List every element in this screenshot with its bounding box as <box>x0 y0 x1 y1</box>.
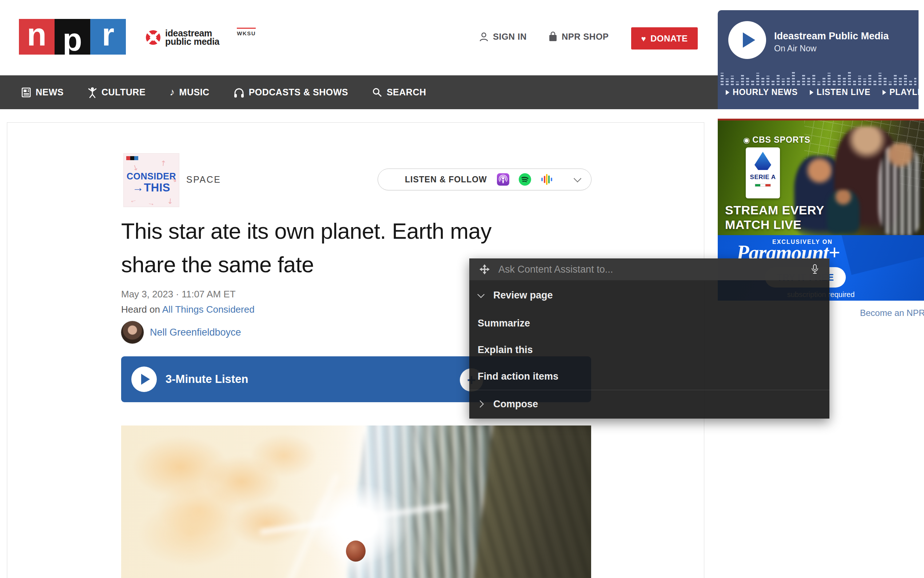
play-triangle-icon <box>810 90 813 95</box>
nav-item-search[interactable]: SEARCH <box>372 87 426 97</box>
article-title-line2: share the same fate <box>121 252 314 277</box>
play-icon <box>141 374 150 385</box>
player-figure <box>879 143 922 235</box>
live-panel-links: HOURLY NEWS LISTEN LIVE PLAYLIST <box>718 75 919 109</box>
heard-on-show-link[interactable]: All Things Considered <box>162 304 255 315</box>
npr-logo[interactable]: n p r <box>19 19 126 55</box>
badge-word-consider: CONSIDER <box>124 171 179 182</box>
planet-illustration <box>346 541 366 562</box>
station-logo[interactable]: ideastream public media WKSU <box>145 29 256 46</box>
chevron-down-icon <box>477 291 485 298</box>
assistant-input-bar[interactable]: Ask Content Assistant to... <box>469 258 829 280</box>
donate-label: DONATE <box>651 34 688 44</box>
npr-shop-button[interactable]: NPR SHOP <box>548 31 608 42</box>
player-figure <box>827 190 859 235</box>
listen-live-label: LISTEN LIVE <box>817 88 871 97</box>
station-name: ideastream public media <box>165 29 219 46</box>
listen-follow-button[interactable]: LISTEN & FOLLOW <box>378 169 592 190</box>
content-assistant-popup: Ask Content Assistant to... Review page … <box>469 258 829 419</box>
cbs-sports-logo: CBS SPORTS <box>743 135 811 145</box>
listen-duration-label: 3-Minute Listen <box>165 356 248 402</box>
assistant-input-placeholder[interactable]: Ask Content Assistant to... <box>498 264 613 275</box>
live-play-button[interactable] <box>728 21 766 59</box>
ideastream-pinwheel-icon <box>145 29 162 46</box>
nav-item-podcasts[interactable]: PODCASTS & SHOWS <box>233 87 348 98</box>
nav-label-culture: CULTURE <box>102 87 146 97</box>
news-icon <box>21 87 31 98</box>
google-podcasts-icon <box>540 173 553 186</box>
assistant-item-find-action-items[interactable]: Find action items <box>469 363 829 390</box>
serie-a-badge: SERIE A <box>746 148 780 198</box>
spotify-icon <box>518 173 531 186</box>
donate-button[interactable]: DONATE <box>631 27 698 49</box>
audio-play-button[interactable] <box>131 367 157 392</box>
article-title-line1: This star ate its own planet. Earth may <box>121 219 492 244</box>
nav-item-culture[interactable]: CULTURE <box>88 87 146 98</box>
become-sponsor-link[interactable]: Become an NPR sponsor <box>860 308 924 318</box>
play-icon <box>743 32 755 48</box>
cbs-sports-label: CBS SPORTS <box>752 135 811 145</box>
badge-arrow: → <box>133 181 144 194</box>
cbs-eye-icon <box>743 135 750 145</box>
chevron-down-icon <box>574 174 581 182</box>
play-triangle-icon <box>726 90 729 95</box>
npr-letter: r <box>102 19 114 50</box>
npr-letter: p <box>63 24 82 56</box>
live-station-title: Ideastream Public Media <box>774 31 889 42</box>
play-triangle-icon <box>882 90 886 95</box>
nav-item-music[interactable]: MUSIC <box>170 87 210 97</box>
consider-this-podcast-badge[interactable]: ↗↘↘ ←→↗ CONSIDER →THIS <box>123 153 180 207</box>
italy-flag-icon <box>755 184 771 187</box>
assistant-item-summarize[interactable]: Summarize <box>469 310 829 337</box>
assistant-item-review-page[interactable]: Review page <box>469 280 829 310</box>
badge-word-this: →THIS <box>124 181 179 194</box>
npr-shop-label: NPR SHOP <box>562 32 608 42</box>
summarize-label: Summarize <box>477 318 530 329</box>
sign-in-button[interactable]: SIGN IN <box>478 31 527 42</box>
chevron-right-icon <box>477 400 484 408</box>
nav-item-news[interactable]: NEWS <box>21 87 64 98</box>
heard-on-line: Heard on All Things Considered <box>121 304 255 315</box>
on-air-now-label: On Air Now <box>774 44 816 54</box>
hourly-news-label: HOURLY NEWS <box>733 88 798 97</box>
station-callsign: WKSU <box>237 28 256 46</box>
author-avatar[interactable] <box>121 321 144 344</box>
culture-icon <box>88 87 97 98</box>
nav-label-search: SEARCH <box>387 87 426 97</box>
assistant-item-explain-this[interactable]: Explain this <box>469 337 829 363</box>
podcast-platform-icons <box>497 173 553 186</box>
explain-this-label: Explain this <box>477 344 533 356</box>
search-icon <box>372 88 382 97</box>
review-page-label: Review page <box>493 290 553 301</box>
listen-live-link[interactable]: LISTEN LIVE <box>810 88 871 97</box>
main-nav: NEWS CULTURE MUSIC PODCASTS & SHOWS <box>0 75 718 109</box>
nav-label-music: MUSIC <box>180 87 210 97</box>
serie-a-label: SERIE A <box>750 174 776 181</box>
compose-label: Compose <box>493 399 538 410</box>
callsign-label: WKSU <box>237 30 256 36</box>
nav-label-news: NEWS <box>36 87 64 97</box>
npr-logo-r-square: r <box>90 19 126 55</box>
category-kicker[interactable]: SPACE <box>186 174 221 185</box>
sign-in-label: SIGN IN <box>493 32 527 42</box>
npr-logo-n-square: n <box>19 19 55 55</box>
hourly-news-link[interactable]: HOURLY NEWS <box>726 88 798 97</box>
article-hero-image <box>121 425 591 578</box>
assistant-item-compose[interactable]: Compose <box>469 390 829 418</box>
heard-on-prefix: Heard on <box>121 304 160 315</box>
move-handle-icon[interactable] <box>479 263 490 275</box>
nav-label-podcasts: PODCASTS & SHOWS <box>249 87 348 97</box>
microphone-icon[interactable] <box>810 264 820 275</box>
ad-headline-line2: MATCH LIVE <box>725 217 824 232</box>
author-link[interactable]: Nell Greenfieldboyce <box>150 327 241 338</box>
npr-letter: n <box>27 19 47 50</box>
listen-follow-label: LISTEN & FOLLOW <box>405 175 487 185</box>
npr-logo-p-square: p <box>55 19 90 55</box>
ad-headline: STREAM EVERY MATCH LIVE <box>725 203 824 232</box>
badge-this-text: THIS <box>144 181 170 194</box>
music-note-icon <box>170 87 175 97</box>
playlist-link[interactable]: PLAYLIST <box>882 88 924 97</box>
ad-photo-area: CBS SPORTS SERIE A STREAM EVERY MATCH LI… <box>718 120 924 235</box>
byline: Nell Greenfieldboyce <box>121 321 241 344</box>
live-stream-panel: Ideastream Public Media On Air Now HOURL… <box>718 10 919 109</box>
